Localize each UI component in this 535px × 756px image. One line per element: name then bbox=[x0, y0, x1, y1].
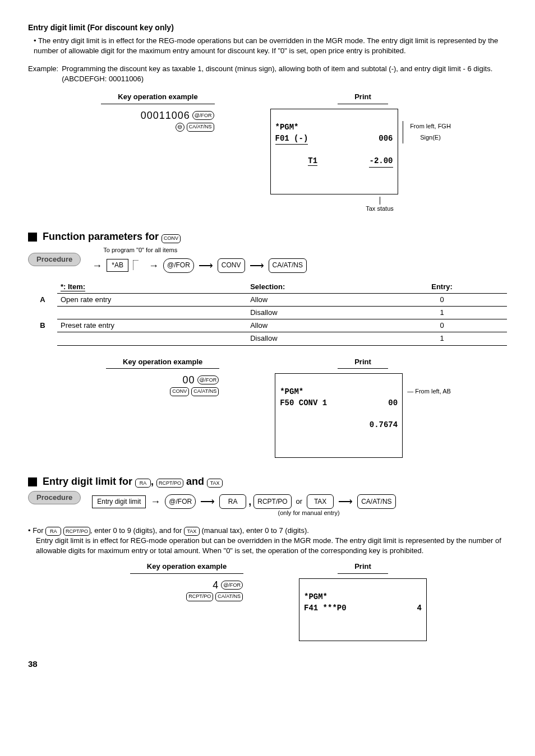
example-label: Example: bbox=[28, 64, 58, 84]
table-row: A Open rate entry Allow 0 bbox=[28, 293, 507, 306]
conv-key: CONV bbox=[170, 387, 189, 396]
tax-status-label: Tax status bbox=[304, 197, 456, 213]
receipt-callout: — From left, AB bbox=[407, 387, 451, 397]
caatns-key: CA/AT/NS bbox=[357, 494, 395, 509]
section-title: Function parameters for CONV bbox=[43, 230, 181, 244]
atfor-key: @/FOR bbox=[163, 258, 194, 273]
receipt: *PGM* F01 (-)006 T1-2.00 bbox=[270, 109, 398, 194]
loop-arrow-icon bbox=[133, 260, 144, 271]
subsection-title: Entry digit limit (For discount key only… bbox=[28, 22, 507, 34]
arrow-icon: ⟶ bbox=[250, 261, 264, 271]
paragraph: • For RA RCPT/PO, enter 0 to 9 (digits),… bbox=[28, 526, 507, 536]
section-title: Entry digit limit for RA, RCPT/PO and TA… bbox=[43, 475, 223, 489]
arrow-icon: → bbox=[149, 261, 159, 271]
caatns-key: CA/AT/NS bbox=[191, 387, 219, 396]
bullet-icon bbox=[28, 233, 37, 242]
paragraph: • The entry digit limit is in effect for… bbox=[34, 36, 507, 56]
entry-digit-box: Entry digit limit bbox=[92, 495, 146, 508]
table-row: Disallow 1 bbox=[28, 332, 507, 345]
minus-key: ⊖ bbox=[176, 123, 185, 132]
caatns-key: CA/AT/NS bbox=[269, 258, 307, 273]
rcptpo-key: RCPT/PO bbox=[186, 592, 213, 601]
table-row: B Preset rate entry Allow 0 bbox=[28, 319, 507, 332]
key-op-header: Key operation example bbox=[106, 357, 219, 369]
rcptpo-key: RCPT/PO bbox=[63, 527, 90, 536]
bullet-icon bbox=[28, 477, 37, 486]
tax-key: TAX bbox=[184, 527, 200, 536]
print-header: Print bbox=[338, 562, 388, 573]
atfor-key: @/FOR bbox=[192, 111, 214, 120]
tax-key: TAX bbox=[307, 494, 334, 509]
receipt-callout: From left, FGH Sign(E) bbox=[403, 121, 456, 143]
tax-key: TAX bbox=[207, 479, 223, 488]
atfor-key: @/FOR bbox=[165, 494, 196, 509]
entered-digits: 00 bbox=[183, 373, 195, 387]
page-number: 38 bbox=[28, 658, 507, 670]
arrow-icon: ⟶ bbox=[200, 497, 215, 507]
receipt: *PGM* F41 ***P04 bbox=[299, 578, 427, 641]
arrow-icon: ⟶ bbox=[199, 261, 213, 271]
atfor-key: @/FOR bbox=[197, 375, 219, 384]
comma: , bbox=[248, 495, 251, 509]
table-row: Disallow 1 bbox=[28, 307, 507, 319]
procedure-badge: Procedure bbox=[28, 253, 81, 266]
arrow-icon: ⟶ bbox=[338, 497, 353, 507]
caatns-key: CA/AT/NS bbox=[187, 123, 214, 132]
conv-key: CONV bbox=[218, 258, 245, 273]
ab-box: *AB bbox=[107, 259, 128, 272]
example-text: Programming the discount key as taxable … bbox=[62, 64, 507, 84]
manual-entry-note: (only for manual entry) bbox=[92, 509, 395, 517]
ra-key: RA bbox=[45, 527, 61, 536]
or-text: or bbox=[296, 497, 303, 507]
ra-key: RA bbox=[219, 494, 246, 509]
receipt: *PGM* F50 CONV 100 0.7674 bbox=[275, 373, 403, 458]
print-header: Print bbox=[338, 357, 388, 369]
arrow-icon: → bbox=[150, 497, 160, 507]
conv-key: CONV bbox=[162, 234, 181, 243]
print-header: Print bbox=[338, 92, 388, 104]
selection-table: *: Item: Selection: Entry: A Open rate e… bbox=[28, 281, 507, 346]
key-op-header: Key operation example bbox=[130, 562, 243, 573]
to-program-note: To program "0" for all items bbox=[103, 246, 307, 254]
ra-key: RA bbox=[135, 479, 151, 488]
entered-digits: 4 bbox=[213, 578, 219, 592]
arrow-icon: → bbox=[92, 261, 102, 271]
procedure-badge: Procedure bbox=[28, 491, 81, 504]
rcptpo-key: RCPT/PO bbox=[156, 479, 183, 488]
paragraph: Entry digit limit is in effect for REG-m… bbox=[36, 536, 507, 556]
atfor-key: @/FOR bbox=[221, 581, 243, 590]
key-op-header: Key operation example bbox=[101, 92, 214, 104]
caatns-key: CA/AT/NS bbox=[215, 592, 243, 601]
entered-digits: 00011006 bbox=[141, 109, 190, 123]
rcptpo-key: RCPT/PO bbox=[253, 494, 291, 509]
